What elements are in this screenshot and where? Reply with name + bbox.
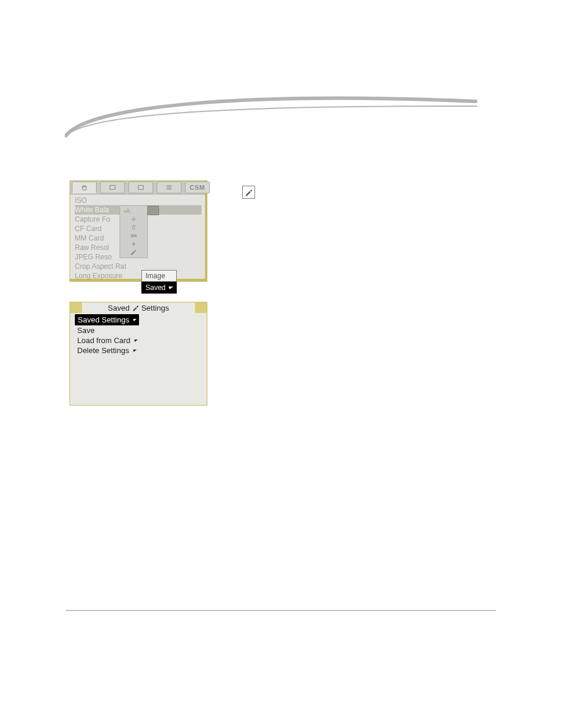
wb-option-auto[interactable]: • A bbox=[123, 207, 145, 215]
wb-option-auto-label: A bbox=[126, 206, 130, 216]
svg-rect-2 bbox=[138, 186, 144, 190]
option-saved-settings[interactable]: Saved Settings bbox=[75, 314, 139, 325]
wb-option-fluorescent[interactable] bbox=[123, 232, 145, 240]
screenshot-white-balance-saved: CSM ISO White Bala Capture Fo CF Card MM… bbox=[70, 180, 207, 282]
svg-point-3 bbox=[133, 218, 134, 220]
option-load-label: Load from Card bbox=[77, 335, 130, 345]
white-balance-submenu: • A bbox=[120, 205, 148, 258]
header-right-text: Settings bbox=[141, 304, 169, 312]
wb-preview-swatch bbox=[147, 206, 159, 215]
tab-folder2[interactable] bbox=[128, 182, 153, 193]
option-delete-settings[interactable]: Delete Settings bbox=[75, 345, 202, 355]
menu-crop-aspect[interactable]: Crop Aspect Rat bbox=[75, 262, 201, 271]
option-saved-settings-label: Saved Settings bbox=[78, 315, 129, 325]
svg-rect-1 bbox=[110, 186, 115, 190]
tab-capture[interactable] bbox=[72, 182, 97, 193]
click-wb-option-saved[interactable]: Saved bbox=[141, 282, 177, 294]
wb-option-flash[interactable] bbox=[123, 240, 145, 248]
option-load-from-card[interactable]: Load from Card bbox=[75, 335, 202, 345]
submenu-arrow-icon bbox=[132, 350, 137, 352]
click-wb-option-image[interactable]: Image bbox=[141, 270, 177, 282]
menu-iso[interactable]: ISO bbox=[75, 196, 201, 205]
wb-option-click[interactable] bbox=[123, 248, 145, 256]
tab-csm[interactable]: CSM bbox=[185, 182, 210, 193]
click-wb-submenu: Image Saved bbox=[141, 270, 177, 294]
option-save[interactable]: Save bbox=[75, 325, 202, 335]
menu-tabs: CSM bbox=[70, 181, 205, 195]
header-left-text: Saved bbox=[108, 304, 130, 312]
screenshot-saved-click-settings: Saved Settings Saved Settings Save Load … bbox=[70, 302, 207, 406]
click-icon bbox=[132, 304, 139, 311]
option-delete-label: Delete Settings bbox=[77, 345, 129, 355]
menu-long-exposure[interactable]: Long Exposure bbox=[75, 271, 201, 281]
click-settings-icon bbox=[242, 186, 255, 199]
decorative-swoosh bbox=[65, 88, 477, 147]
submenu-arrow-icon bbox=[167, 286, 173, 289]
saved-settings-header: Saved Settings bbox=[70, 302, 207, 313]
click-wb-option-saved-label: Saved bbox=[146, 283, 166, 292]
wb-option-tungsten[interactable] bbox=[123, 223, 145, 232]
submenu-arrow-icon bbox=[133, 340, 138, 342]
tab-folder1[interactable] bbox=[100, 182, 125, 193]
wb-option-daylight[interactable] bbox=[123, 215, 145, 223]
footer-rule bbox=[66, 610, 496, 611]
tab-tools[interactable] bbox=[157, 182, 181, 193]
svg-point-0 bbox=[82, 186, 87, 190]
submenu-arrow-icon bbox=[133, 319, 137, 321]
option-save-label: Save bbox=[77, 325, 95, 335]
